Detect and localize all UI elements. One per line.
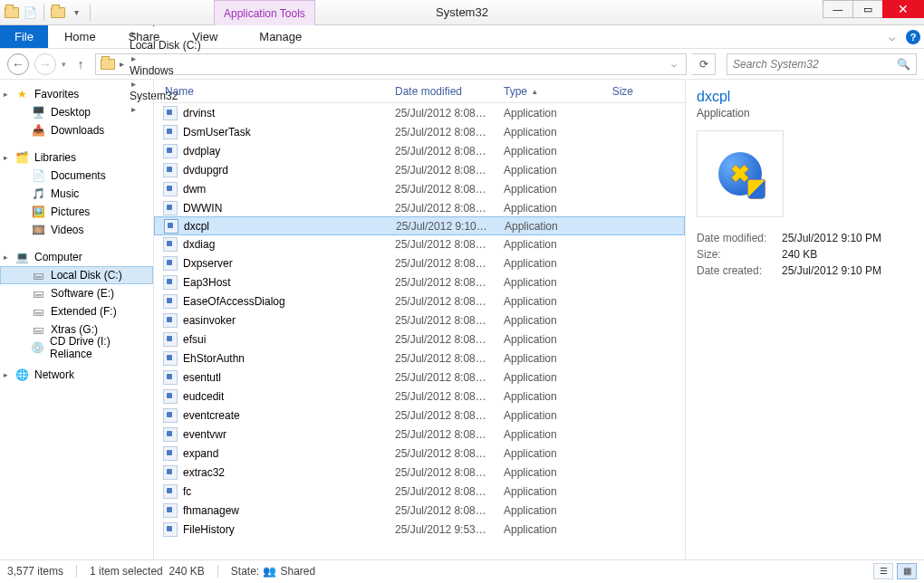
file-row[interactable]: fhmanagew25/Jul/2012 8:08 PMApplication (154, 501, 685, 520)
file-date: 25/Jul/2012 8:08 PM (388, 295, 496, 308)
qat-folder-icon[interactable] (50, 5, 66, 21)
status-bar: 3,577 items 1 item selected 240 KB State… (0, 559, 924, 581)
sidebar-network[interactable]: ▸🌐Network (0, 366, 153, 384)
forward-button[interactable]: → (34, 53, 56, 75)
view-large-icons-button[interactable]: ▦ (897, 563, 917, 579)
sidebar-item-desktop[interactable]: 🖥️Desktop (0, 103, 153, 121)
qat-dropdown-icon[interactable]: ▾ (68, 5, 84, 21)
file-row[interactable]: easinvoker25/Jul/2012 8:08 PMApplication (154, 311, 685, 330)
file-row[interactable]: dwm25/Jul/2012 8:08 PMApplication (154, 179, 685, 198)
file-name: extrac32 (183, 466, 225, 479)
file-row[interactable]: eventcreate25/Jul/2012 8:08 PMApplicatio… (154, 406, 685, 425)
refresh-button[interactable]: ⟳ (692, 53, 716, 75)
tab-manage[interactable]: Manage (243, 25, 318, 48)
file-date: 25/Jul/2012 8:08 PM (388, 164, 496, 177)
shield-icon (747, 179, 765, 199)
sidebar-item-cd-drive-i[interactable]: 💿CD Drive (I:) Reliance (0, 339, 153, 357)
file-row[interactable]: esentutl25/Jul/2012 8:08 PMApplication (154, 368, 685, 387)
search-icon[interactable]: 🔍 (897, 58, 910, 71)
chevron-right-icon[interactable]: ▸ (128, 53, 140, 63)
file-type: Application (496, 276, 602, 289)
chevron-right-icon[interactable]: ▸ (116, 59, 128, 69)
navigation-pane: ▸★Favorites 🖥️Desktop 📥Downloads ▸🗂️Libr… (0, 80, 154, 559)
file-row[interactable]: Eap3Host25/Jul/2012 8:08 PMApplication (154, 272, 685, 292)
file-row[interactable]: efsui25/Jul/2012 8:08 PMApplication (154, 330, 685, 349)
sidebar-item-local-disk-c[interactable]: 🖴Local Disk (C:) (0, 266, 153, 284)
context-tab-application-tools[interactable]: Application Tools (214, 0, 315, 25)
file-name: easinvoker (183, 314, 236, 327)
file-row[interactable]: eventvwr25/Jul/2012 8:08 PMApplication (154, 425, 685, 444)
sidebar-computer[interactable]: ▸💻Computer (0, 248, 153, 266)
search-input[interactable] (733, 58, 897, 71)
history-dropdown-icon[interactable]: ▾ (62, 60, 66, 69)
file-type: Application (496, 390, 602, 403)
sidebar-item-software-e[interactable]: 🖴Software (E:) (0, 284, 153, 302)
sidebar-item-music[interactable]: 🎵Music (0, 185, 153, 203)
file-row[interactable]: expand25/Jul/2012 8:08 PMApplication (154, 444, 685, 463)
file-type: Application (496, 371, 602, 384)
file-type: Application (496, 238, 602, 251)
breadcrumb-segment[interactable]: Windows (128, 64, 203, 77)
sidebar-item-documents[interactable]: 📄Documents (0, 167, 153, 185)
file-row[interactable]: FileHistory25/Jul/2012 9:53 PMApplicatio… (154, 520, 685, 539)
status-state-value: Shared (281, 565, 316, 578)
ribbon-expand-icon[interactable]: ⌵ (881, 25, 902, 48)
address-dropdown-icon[interactable]: ⌵ (666, 59, 682, 69)
drive-icon: 🖴 (31, 286, 45, 301)
file-row[interactable]: DsmUserTask25/Jul/2012 8:08 PMApplicatio… (154, 122, 685, 141)
file-date: 25/Jul/2012 8:08 PM (388, 314, 496, 327)
tab-home[interactable]: Home (48, 25, 112, 48)
tab-file[interactable]: File (0, 25, 48, 48)
column-date-modified[interactable]: Date modified (388, 80, 496, 102)
file-row[interactable]: dxdiag25/Jul/2012 8:08 PMApplication (154, 234, 685, 253)
chevron-right-icon[interactable]: ▸ (128, 28, 140, 38)
exe-icon (163, 106, 178, 120)
status-state-label: State: (231, 565, 259, 578)
file-rows-container[interactable]: drvinst25/Jul/2012 8:08 PMApplicationDsm… (154, 103, 685, 559)
file-type: Application (496, 145, 602, 158)
pictures-icon: 🖼️ (31, 205, 45, 219)
file-row[interactable]: EhStorAuthn25/Jul/2012 8:08 PMApplicatio… (154, 349, 685, 368)
file-row[interactable]: fc25/Jul/2012 8:08 PMApplication (154, 482, 685, 501)
sidebar-item-downloads[interactable]: 📥Downloads (0, 121, 153, 139)
view-details-button[interactable]: ☰ (873, 563, 893, 579)
maximize-button[interactable]: ▭ (852, 0, 883, 18)
exe-icon (163, 313, 178, 328)
back-button[interactable]: ← (7, 53, 29, 75)
close-button[interactable]: ✕ (882, 0, 924, 18)
status-selection-count: 1 item selected (90, 565, 163, 578)
up-button[interactable]: ↑ (72, 57, 90, 72)
file-row[interactable]: dvdupgrd25/Jul/2012 8:08 PMApplication (154, 160, 685, 179)
address-bar[interactable]: ▸ Computer▸Local Disk (C:)▸Windows▸Syste… (95, 53, 687, 75)
exe-icon (163, 294, 178, 309)
search-box[interactable]: 🔍 (727, 53, 917, 75)
column-size[interactable]: Size (602, 80, 641, 102)
file-row[interactable]: EaseOfAccessDialog25/Jul/2012 8:08 PMApp… (154, 292, 685, 311)
file-name: FileHistory (183, 523, 235, 536)
sidebar-libraries[interactable]: ▸🗂️Libraries (0, 148, 153, 167)
sidebar-favorites[interactable]: ▸★Favorites (0, 85, 153, 103)
file-row[interactable]: DWWIN25/Jul/2012 8:08 PMApplication (154, 198, 685, 217)
sidebar-item-videos[interactable]: 🎞️Videos (0, 221, 153, 239)
file-type: Application (496, 107, 602, 119)
file-row[interactable]: drvinst25/Jul/2012 8:08 PMApplication (154, 103, 685, 122)
file-name: DWWIN (183, 202, 222, 215)
drive-icon: 🖴 (31, 268, 45, 282)
file-row[interactable]: extrac3225/Jul/2012 8:08 PMApplication (154, 463, 685, 482)
sidebar-item-pictures[interactable]: 🖼️Pictures (0, 203, 153, 221)
file-name: eventvwr (183, 428, 226, 441)
exe-icon (163, 201, 178, 215)
help-button[interactable]: ? (902, 25, 924, 48)
breadcrumb-segment[interactable]: Local Disk (C:) (128, 39, 203, 52)
file-row[interactable]: dxcpl25/Jul/2012 9:10 PMApplication (154, 216, 685, 235)
sidebar-item-extended-f[interactable]: 🖴Extended (F:) (0, 302, 153, 320)
exe-icon (163, 522, 178, 537)
column-name[interactable]: Name (154, 80, 388, 102)
qat-new-icon[interactable]: 📄 (22, 5, 38, 21)
preview-modified-value: 25/Jul/2012 9:10 PM (782, 232, 881, 244)
column-type[interactable]: Type▴ (496, 80, 602, 102)
minimize-button[interactable]: — (823, 0, 853, 18)
file-row[interactable]: dvdplay25/Jul/2012 8:08 PMApplication (154, 141, 685, 160)
file-row[interactable]: eudcedit25/Jul/2012 8:08 PMApplication (154, 387, 685, 406)
file-row[interactable]: Dxpserver25/Jul/2012 8:08 PMApplication (154, 253, 685, 272)
